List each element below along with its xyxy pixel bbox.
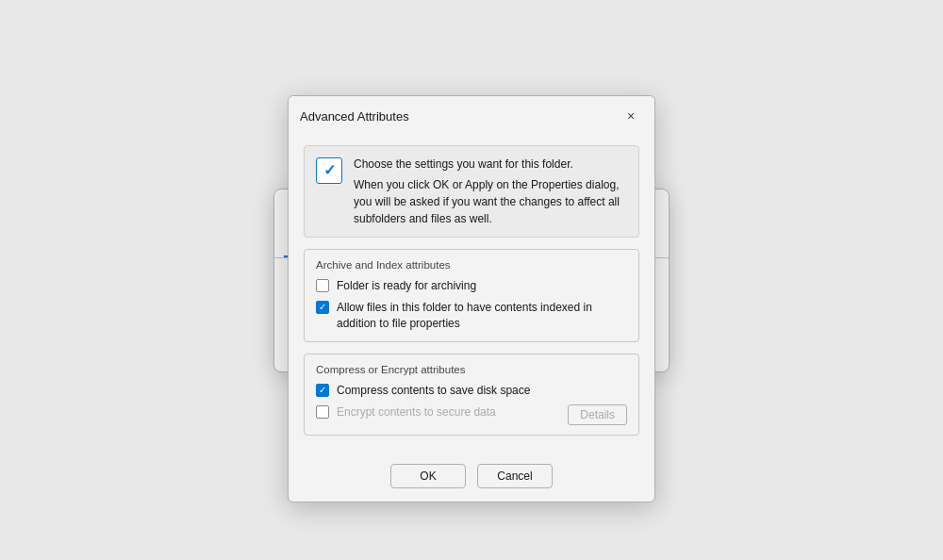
advanced-dialog: Advanced Attributes × ✓ Choose the setti…: [288, 95, 655, 502]
info-checkmark: ✓: [323, 163, 336, 178]
info-body: When you click OK or Apply on the Proper…: [354, 176, 627, 227]
details-button[interactable]: Details: [568, 404, 627, 425]
compress-checkbox-label: Compress contents to save disk space: [337, 383, 530, 399]
advanced-dialog-title: Advanced Attributes: [300, 109, 619, 124]
encrypt-checkbox-row: Encrypt contents to secure data Details: [316, 404, 627, 425]
archive-checkbox[interactable]: [316, 279, 329, 292]
archive-checkbox-label: Folder is ready for archiving: [337, 278, 476, 294]
compress-section-label: Compress or Encrypt attributes: [316, 364, 627, 375]
advanced-cancel-button[interactable]: Cancel: [477, 464, 553, 488]
encrypt-checkbox-label: Encrypt contents to secure data: [337, 404, 496, 420]
encrypt-checkbox[interactable]: [316, 405, 329, 419]
index-checkbox-row: Allow files in this folder to have conte…: [316, 300, 627, 332]
advanced-footer: OK Cancel: [289, 458, 654, 502]
info-text: Choose the settings you want for this fo…: [354, 156, 627, 227]
advanced-title-bar: Advanced Attributes ×: [289, 96, 654, 136]
properties-window: MUO Properties × General Sharing Securit…: [273, 189, 670, 372]
archive-checkbox-row: Folder is ready for archiving: [316, 278, 627, 294]
info-checkbox: ✓: [316, 157, 342, 184]
compress-section: Compress or Encrypt attributes Compress …: [304, 354, 639, 436]
modal-overlay: Advanced Attributes × ✓ Choose the setti…: [274, 189, 669, 371]
compress-checkbox-row: Compress contents to save disk space: [316, 383, 627, 399]
index-checkbox[interactable]: [316, 301, 329, 314]
advanced-ok-button[interactable]: OK: [390, 464, 466, 488]
info-box: ✓ Choose the settings you want for this …: [304, 145, 639, 238]
advanced-close-button[interactable]: ×: [619, 104, 643, 128]
archive-section-label: Archive and Index attributes: [316, 259, 627, 271]
compress-checkbox[interactable]: [316, 384, 329, 397]
index-checkbox-label: Allow files in this folder to have conte…: [337, 300, 627, 332]
info-title: Choose the settings you want for this fo…: [354, 156, 627, 173]
archive-section: Archive and Index attributes Folder is r…: [304, 249, 639, 341]
advanced-dialog-body: ✓ Choose the settings you want for this …: [289, 136, 654, 457]
